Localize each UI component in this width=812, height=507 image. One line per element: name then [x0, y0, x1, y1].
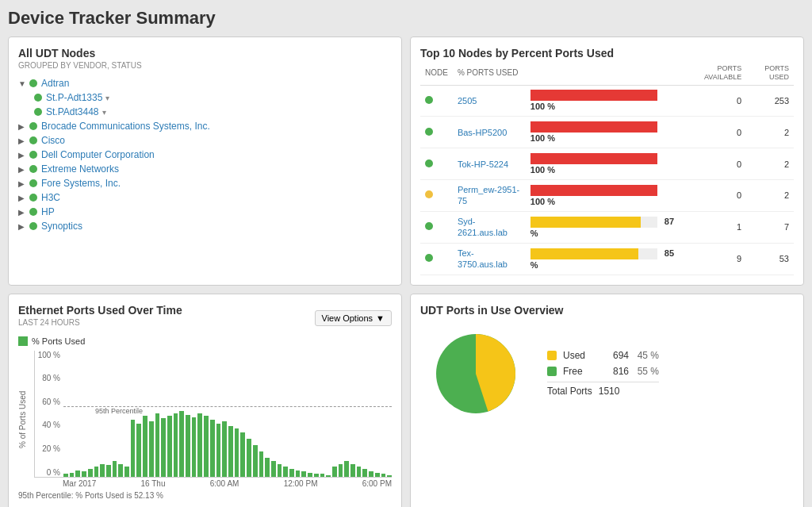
bar: [167, 416, 172, 476]
node-name-cell[interactable]: Perm_ew-2951-75: [453, 180, 526, 212]
status-dot-icon: [34, 108, 42, 116]
pie-legend-row: Free81655 %: [547, 366, 659, 377]
pie-legend-pct: 55 %: [635, 366, 659, 377]
tree-node-5[interactable]: ▶Fore Systems, Inc.: [18, 176, 392, 190]
udt-ports-overview-card: UDT Ports in Use Overview Used69445 %Fre…: [410, 294, 804, 507]
bar: [124, 467, 129, 477]
node-name-cell[interactable]: Syd-2621.aus.lab: [453, 211, 526, 243]
bar: [308, 473, 312, 477]
y-axis-tick: 0 %: [47, 468, 60, 477]
nodes-table: NODE % PORTS USED PORTS AVAILABLE PORTS …: [420, 61, 794, 275]
bar: [174, 413, 178, 477]
progress-bar-fill: [530, 121, 657, 133]
tree-arrow-icon: ▶: [18, 179, 29, 188]
chart-legend: % Ports Used: [18, 336, 392, 346]
bar: [204, 416, 209, 476]
x-axis-tick: 12:00 PM: [284, 479, 318, 488]
tree-node-label[interactable]: Adtran: [41, 78, 69, 89]
ports-available-cell: 9: [684, 243, 746, 275]
y-axis-tick: 60 %: [42, 398, 60, 406]
progress-bar-container: [530, 153, 657, 164]
tree-node-0[interactable]: ▼Adtran: [18, 76, 392, 90]
bar: [63, 474, 68, 476]
node-name-link[interactable]: Tex-3750.aus.lab: [458, 248, 508, 269]
ethernet-ports-card: Ethernet Ports Used Over Time LAST 24 HO…: [8, 294, 402, 507]
bar: [235, 428, 239, 476]
progress-bar-fill: [530, 185, 657, 196]
bar: [296, 471, 301, 477]
status-dot-icon: [425, 96, 433, 104]
tree-node-3[interactable]: ▶Dell Computer Corporation: [18, 148, 392, 162]
y-axis-tick: 20 %: [42, 444, 60, 453]
tree-arrow-icon: ▶: [18, 122, 29, 131]
progress-bar-fill: [530, 248, 638, 259]
node-name-link[interactable]: Perm_ew-2951-75: [458, 185, 519, 205]
view-options-button[interactable]: View Options ▼: [315, 310, 393, 326]
tree-node-label[interactable]: Brocade Communications Systems, Inc.: [41, 121, 210, 132]
status-cell: [420, 211, 453, 243]
tree-child-label[interactable]: St.P-Adt1335: [46, 92, 102, 103]
bar: [265, 458, 270, 477]
pct-label: 100 %: [530, 102, 555, 111]
legend-box-icon: [18, 336, 28, 346]
tree-node-2[interactable]: ▶Cisco: [18, 133, 392, 148]
node-name-link[interactable]: Syd-2621.aus.lab: [458, 217, 508, 237]
progress-bar-cell: 87 %: [526, 211, 684, 243]
x-axis-tick: 6:00 AM: [210, 479, 239, 488]
bar: [301, 471, 306, 476]
tree-node-1[interactable]: ▶Brocade Communications Systems, Inc.: [18, 119, 392, 133]
chart-area: 100 %80 %60 %40 %20 %0 % 95th Percentile: [34, 351, 392, 478]
tree-child-label[interactable]: St.PAdt3448: [46, 106, 99, 117]
tree-node-label[interactable]: HP: [41, 206, 55, 217]
ports-used-cell: 253: [746, 85, 794, 117]
tree-node-label[interactable]: Synoptics: [41, 221, 82, 232]
pie-svg: [428, 326, 523, 421]
node-name-link[interactable]: Bas-HP5200: [458, 128, 507, 137]
pie-total-value: 1510: [599, 386, 620, 397]
node-name-link[interactable]: Tok-HP-5224: [458, 159, 508, 169]
tree-node-label[interactable]: H3C: [41, 192, 60, 203]
node-name-cell[interactable]: Tok-HP-5224: [453, 148, 526, 180]
ports-available-cell: 0: [684, 148, 746, 180]
bar: [155, 413, 160, 477]
dropdown-arrow-icon: ▾: [105, 94, 109, 102]
node-name-cell[interactable]: Bas-HP5200: [453, 117, 526, 148]
pie-total-label: Total Ports: [547, 386, 592, 397]
status-dot-icon: [425, 128, 433, 136]
tree-node-label[interactable]: Extreme Networks: [41, 163, 119, 175]
tree-node-4[interactable]: ▶Extreme Networks: [18, 162, 392, 176]
tree-child-1[interactable]: St.PAdt3448 ▾: [34, 105, 392, 119]
bar: [70, 473, 75, 477]
status-dot-icon: [425, 254, 433, 262]
status-dot-icon: [425, 159, 433, 167]
tree-node-8[interactable]: ▶Synoptics: [18, 219, 392, 233]
y-axis: 100 %80 %60 %40 %20 %0 %: [35, 351, 63, 477]
x-axis-labels: Mar 201716 Thu6:00 AM12:00 PM6:00 PM: [34, 479, 392, 488]
ethernet-title: Ethernet Ports Used Over Time: [18, 304, 182, 317]
tree-child-0[interactable]: St.P-Adt1335 ▾: [34, 90, 392, 105]
status-cell: [420, 243, 453, 275]
ports-available-cell: 0: [684, 85, 746, 117]
tree-node-6[interactable]: ▶H3C: [18, 190, 392, 205]
node-name-link[interactable]: 2505: [458, 96, 477, 106]
status-cell: [420, 180, 453, 212]
progress-bar-container: [530, 217, 657, 228]
table-row: Syd-2621.aus.lab 87 %17: [420, 211, 794, 243]
bar: [82, 471, 86, 476]
node-name-cell[interactable]: 2505: [453, 85, 526, 117]
progress-bar-cell: 100 %: [526, 85, 684, 117]
tree-node-label[interactable]: Cisco: [41, 135, 65, 146]
status-cell: [420, 117, 453, 148]
tree-node-label[interactable]: Fore Systems, Inc.: [41, 178, 121, 189]
pie-legend: Used69445 %Free81655 %Total Ports1510: [547, 350, 659, 397]
status-dot-icon: [29, 208, 37, 216]
tree-children: St.P-Adt1335 ▾St.PAdt3448 ▾: [18, 90, 392, 119]
node-name-cell[interactable]: Tex-3750.aus.lab: [453, 243, 526, 275]
tree-node-7[interactable]: ▶HP: [18, 205, 392, 219]
pie-legend-dot-icon: [547, 351, 557, 360]
bar: [253, 445, 258, 477]
col-available: PORTS AVAILABLE: [684, 61, 746, 85]
pie-chart: [428, 326, 523, 421]
ports-available-cell: 0: [684, 117, 746, 148]
tree-node-label[interactable]: Dell Computer Corporation: [41, 149, 155, 160]
